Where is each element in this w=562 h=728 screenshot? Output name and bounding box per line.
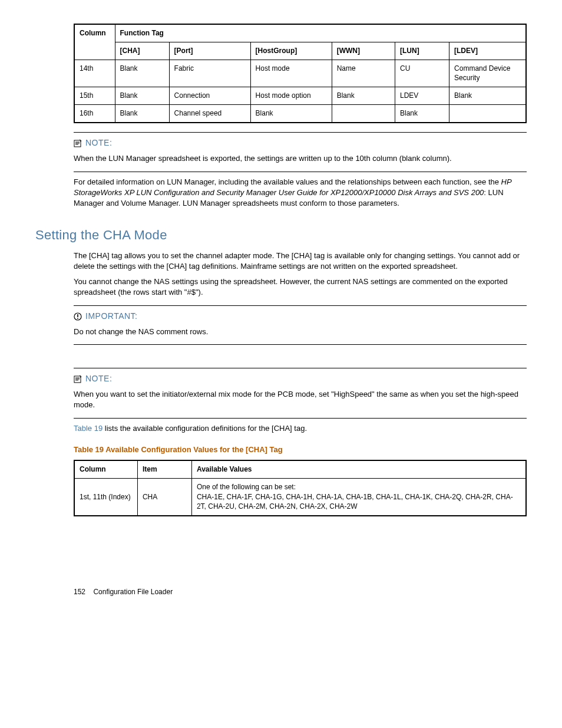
paragraph: You cannot change the NAS settings using… <box>74 276 527 298</box>
note-label: NOTE: <box>85 374 112 383</box>
important-block: IMPORTANT: Do not change the NAS comment… <box>74 311 527 338</box>
table-row: 16th Blank Channel speed Blank Blank <box>74 104 526 122</box>
note-label: NOTE: <box>85 138 112 147</box>
note-text: When the LUN Manager spreadsheet is expo… <box>74 153 527 164</box>
col-item: Item <box>137 460 191 478</box>
svg-rect-2 <box>77 314 78 317</box>
col-cha: [CHA] <box>115 42 169 60</box>
col-ldev: [LDEV] <box>449 42 526 60</box>
important-label: IMPORTANT: <box>85 311 138 321</box>
table-row: 15th Blank Connection Host mode op­tion … <box>74 87 526 105</box>
note-icon <box>74 139 83 147</box>
table-row: 1st, 11th (In­dex) CHA One of the follow… <box>74 478 526 516</box>
divider <box>74 418 527 419</box>
table-row: 14th Blank Fabric Host mode Name CU Comm… <box>74 60 526 87</box>
col-hostgroup: [HostGroup] <box>250 42 332 60</box>
footer-title: Configuration File Loader <box>93 588 173 596</box>
divider <box>74 368 527 368</box>
col-column: Column <box>74 460 137 478</box>
col-column: Column <box>74 24 115 60</box>
section-heading: Setting the CHA Mode <box>35 226 527 245</box>
paragraph: Table 19 lists the available configurati… <box>74 423 527 434</box>
divider <box>74 305 527 306</box>
paragraph: For detailed information on LUN Manager,… <box>74 177 527 209</box>
col-wwn: [WWN] <box>332 42 395 60</box>
divider <box>74 172 527 172</box>
col-port: [Port] <box>169 42 250 60</box>
important-text: Do not change the NAS comment rows. <box>74 327 527 337</box>
col-lun: [LUN] <box>395 42 449 60</box>
table-link[interactable]: Table 19 <box>74 424 103 433</box>
note-block: NOTE: When the LUN Manager spreadsheet i… <box>74 137 527 164</box>
page-number: 152 <box>74 588 85 596</box>
page-footer: 152 Configuration File Loader <box>74 587 527 597</box>
divider <box>74 132 527 133</box>
col-function-tag: Function Tag <box>115 24 526 42</box>
note-icon <box>74 375 83 383</box>
note-block: NOTE: When you want to set the initiator… <box>74 373 527 411</box>
important-icon <box>74 312 83 321</box>
note-text: When you want to set the initiator/exter… <box>74 389 527 410</box>
svg-rect-3 <box>77 318 78 319</box>
col-values: Available Values <box>191 460 526 478</box>
paragraph: The [CHA] tag allows you to set the chan… <box>74 251 527 272</box>
cha-values-table: Column Item Available Values 1st, 11th (… <box>74 460 527 516</box>
divider <box>74 344 527 345</box>
table-caption: Table 19 Available Configuration Values … <box>74 444 527 455</box>
function-tag-table: Column Function Tag [CHA] [Port] [HostGr… <box>74 24 527 123</box>
